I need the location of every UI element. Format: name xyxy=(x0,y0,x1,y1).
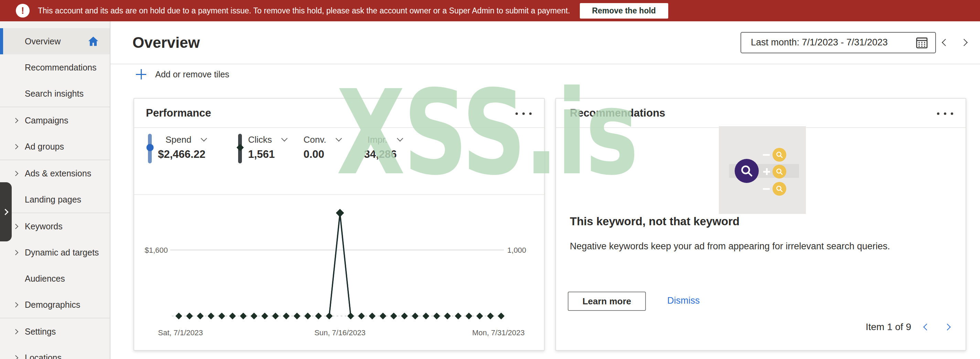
performance-card-title: Performance xyxy=(146,107,211,119)
metric-selector[interactable]: Clicks xyxy=(248,135,286,145)
chart-point-marker xyxy=(326,313,333,319)
sidebar-item-keywords[interactable]: Keywords xyxy=(0,213,110,239)
metric-selector[interactable]: Conv. xyxy=(304,135,341,145)
chart-point-marker xyxy=(412,313,419,319)
sidebar-item-audiences[interactable]: Audiences xyxy=(0,265,110,292)
chart-point-marker xyxy=(218,313,225,319)
chart-point-marker xyxy=(444,313,451,319)
calendar-icon xyxy=(915,36,928,49)
chart-point-marker xyxy=(283,313,290,319)
date-range-picker[interactable]: Last month: 7/1/2023 - 7/31/2023 xyxy=(740,32,936,53)
dismiss-link[interactable]: Dismiss xyxy=(667,295,700,306)
sidebar-item-label: Settings xyxy=(25,327,56,337)
sidebar-item-ad-groups[interactable]: Ad groups xyxy=(0,133,110,160)
series-marker-diamond xyxy=(236,144,243,151)
app-shell: OverviewRecommendationsSearch insightsCa… xyxy=(0,21,980,359)
chart-point-marker xyxy=(498,313,505,319)
left-axis-label: $1,600 xyxy=(145,246,168,254)
learn-more-button[interactable]: Learn more xyxy=(568,292,646,311)
page-header: Overview Last month: 7/1/2023 - 7/31/202… xyxy=(110,21,980,64)
recommendation-pager: Item 1 of 9 xyxy=(866,321,953,332)
chevron-down-icon xyxy=(397,135,403,141)
chart-point-marker xyxy=(240,313,247,319)
sidebar-item-locations[interactable]: Locations xyxy=(0,345,110,359)
chevron-right-icon xyxy=(13,224,19,229)
remove-hold-button[interactable]: Remove the hold xyxy=(580,3,668,19)
ellipsis-menu-icon[interactable] xyxy=(515,113,531,115)
next-period-button[interactable] xyxy=(955,33,973,52)
series-legend-bar xyxy=(238,134,242,164)
home-icon xyxy=(87,35,99,48)
metric-value: $2,466.22 xyxy=(158,148,206,160)
chart-point-marker xyxy=(250,313,258,319)
metric-label: Spend xyxy=(165,135,191,145)
chevron-down-icon xyxy=(336,135,342,141)
sidebar-item-dynamic-ad-targets[interactable]: Dynamic ad targets xyxy=(0,239,110,265)
chart-point-marker xyxy=(380,313,387,319)
previous-period-button[interactable] xyxy=(936,33,955,52)
metric-selector[interactable]: Impr. xyxy=(364,135,402,145)
magnifier-icon xyxy=(773,182,786,195)
pager-previous-button[interactable] xyxy=(921,322,932,332)
main-area: Overview Last month: 7/1/2023 - 7/31/202… xyxy=(110,21,980,359)
chart-point-marker xyxy=(390,313,397,319)
chevron-right-icon xyxy=(13,355,19,359)
metric-label: Clicks xyxy=(248,135,272,145)
sidebar-item-campaigns[interactable]: Campaigns xyxy=(0,107,110,133)
chart-point-marker xyxy=(315,313,322,319)
metric-spend: Spend$2,466.22 xyxy=(148,132,206,164)
minus-icon xyxy=(763,151,770,158)
sidebar-item-landing-pages[interactable]: Landing pages xyxy=(0,186,110,213)
date-range-text: Last month: 7/1/2023 - 7/31/2023 xyxy=(751,37,888,48)
chart-point-marker xyxy=(423,313,430,319)
chart-point-marker xyxy=(476,313,483,319)
sidebar-item-label: Recommendations xyxy=(25,63,96,73)
add-or-remove-tiles-button[interactable]: Add or remove tiles xyxy=(136,69,229,79)
chart-point-marker xyxy=(433,313,440,319)
chart-point-marker xyxy=(186,313,193,319)
chart-point-marker xyxy=(175,313,182,319)
sidebar-expand-tab[interactable] xyxy=(0,182,12,241)
chevron-right-icon xyxy=(944,324,951,330)
performance-chart: $1,6001,000Sat, 7/1/2023Sun, 7/16/2023Mo… xyxy=(134,194,544,351)
sidebar-item-label: Ads & extensions xyxy=(25,168,91,178)
chevron-right-icon xyxy=(13,144,19,149)
right-axis-label: 1,000 xyxy=(507,246,526,254)
chart-point-marker xyxy=(401,313,408,319)
sidebar-item-settings[interactable]: Settings xyxy=(0,318,110,345)
plus-icon xyxy=(763,168,770,175)
sidebar-item-overview[interactable]: Overview xyxy=(0,28,110,54)
sidebar-item-ads-extensions[interactable]: Ads & extensions xyxy=(0,160,110,186)
sidebar-item-label: Audiences xyxy=(25,274,65,284)
sidebar-item-demographics[interactable]: Demographics xyxy=(0,292,110,318)
magnifier-icon xyxy=(735,159,759,183)
sidebar-nav: OverviewRecommendationsSearch insightsCa… xyxy=(0,21,110,359)
chevron-left-icon xyxy=(923,324,930,330)
ellipsis-menu-icon[interactable] xyxy=(937,113,953,115)
metric-value: 34,286 xyxy=(364,148,402,160)
chart-point-marker xyxy=(466,313,473,319)
performance-card: Performance Spend$2,466.22Clicks1,561Con… xyxy=(134,98,545,351)
dashboard-content: Add or remove tiles Performance Spend$2,… xyxy=(110,64,980,358)
chevron-right-icon xyxy=(13,302,19,307)
recommendations-card: Recommendations xyxy=(555,98,966,351)
pager-next-button[interactable] xyxy=(942,322,953,332)
chart-point-marker xyxy=(487,313,494,319)
series-legend-bar xyxy=(148,134,152,164)
exclamation-circle-icon: ! xyxy=(16,4,30,17)
x-axis-tick-label: Sat, 7/1/2023 xyxy=(158,329,203,337)
x-axis-tick-label: Mon, 7/31/2023 xyxy=(472,329,524,337)
metric-label: Impr. xyxy=(368,135,387,145)
chart-point-marker xyxy=(207,313,215,319)
chart-point-marker xyxy=(294,313,301,319)
magnifier-icon xyxy=(773,148,786,162)
sidebar-item-search-insights[interactable]: Search insights xyxy=(0,81,110,106)
metric-conv: Conv.0.00 xyxy=(304,132,341,160)
chart-point-marker xyxy=(304,313,311,319)
sidebar-items: OverviewRecommendationsSearch insightsCa… xyxy=(0,28,110,359)
sidebar-item-recommendations[interactable]: Recommendations xyxy=(0,54,110,81)
recommendation-body: Negative keywords keep your ad from appe… xyxy=(570,241,890,252)
sidebar-item-label: Demographics xyxy=(25,300,80,310)
metric-selector[interactable]: Spend xyxy=(158,135,206,145)
sidebar-item-label: Campaigns xyxy=(25,116,68,125)
